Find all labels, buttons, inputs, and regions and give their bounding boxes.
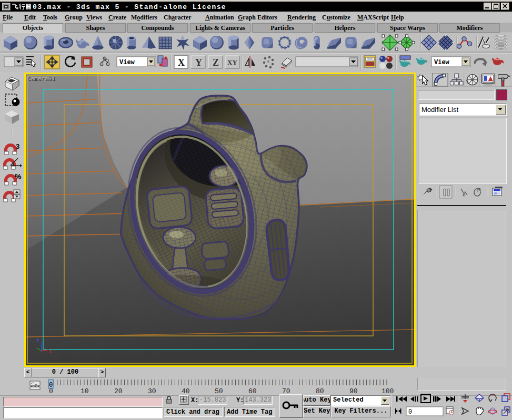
svg-text:90: 90 xyxy=(349,387,358,395)
svg-text:30: 30 xyxy=(148,387,156,395)
svg-text:80: 80 xyxy=(316,387,324,395)
svg-text:3: 3 xyxy=(16,142,19,150)
svg-text:XY: XY xyxy=(227,58,237,66)
svg-text:60: 60 xyxy=(248,387,257,395)
svg-text:50: 50 xyxy=(215,387,223,395)
svg-text:%: % xyxy=(15,172,22,181)
svg-text:X: X xyxy=(49,350,52,355)
svg-text:X: X xyxy=(178,57,185,68)
svg-text:View: View xyxy=(119,59,135,66)
svg-text:Camera01: Camera01 xyxy=(27,76,55,82)
svg-text:0: 0 xyxy=(408,408,412,416)
svg-text:20: 20 xyxy=(114,387,123,395)
svg-text:Z: Z xyxy=(213,57,219,68)
svg-text:Y: Y xyxy=(195,57,202,68)
svg-text:10: 10 xyxy=(81,387,89,395)
svg-text:View: View xyxy=(434,59,450,66)
svg-text:Z: Z xyxy=(36,339,39,344)
svg-text:0: 0 xyxy=(49,382,53,389)
svg-text:40: 40 xyxy=(182,387,190,395)
